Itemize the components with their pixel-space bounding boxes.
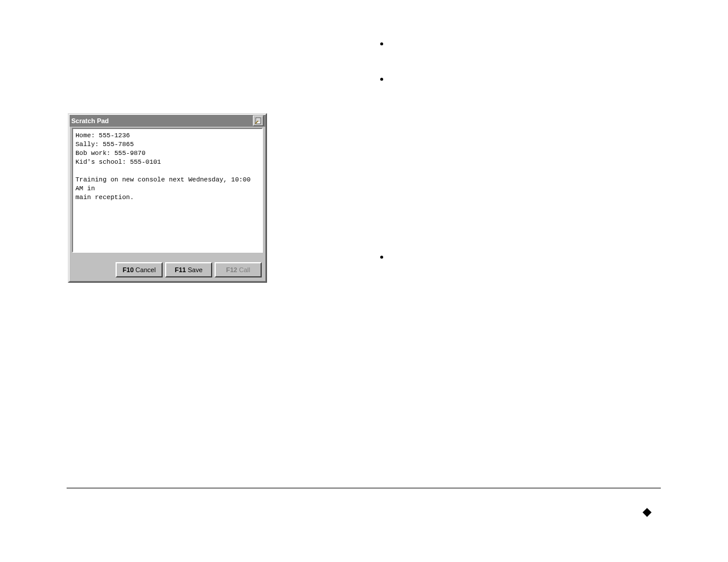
footer-right: Using the tools 85 (599, 495, 661, 503)
list-item-text: To erase the contents of your Scratch Pa… (392, 254, 661, 275)
document-page: Scratch Pad Scratch Pad (0, 0, 728, 562)
save-key: F11 (174, 266, 186, 273)
list-item: To save your notes and close the Scratch… (374, 75, 663, 87)
notepad-icon[interactable] (253, 115, 263, 126)
call-label: Call (239, 266, 251, 273)
save-label: Save (187, 266, 202, 273)
call-key: F12 (226, 266, 238, 273)
section-intro: To do Scratch Pad maintenance, your Scra… (374, 233, 663, 245)
footer-left: Meridian Integrated Console User Guide (67, 495, 193, 503)
window-title: Scratch Pad (71, 117, 109, 124)
footer-rule (67, 488, 661, 488)
dialog-inner: Scratch Pad F10 Cancel (69, 114, 266, 282)
footer-section: Using the tools (599, 495, 645, 503)
instruction-column: To close the Scratch Pad without saving … (374, 40, 663, 301)
list-item-text: To save your notes and close the Scratch… (392, 77, 634, 85)
side-section-label: Scratch Pad (35, 186, 42, 224)
scratch-pad-dialog: Scratch Pad F10 Cancel (68, 113, 267, 283)
bullet-icon (380, 256, 383, 259)
bullet-icon (380, 78, 383, 81)
cancel-button[interactable]: F10 Cancel (116, 262, 163, 277)
scratch-pad-textarea[interactable] (72, 128, 263, 253)
section-heading: Scratch Pad maintenance (374, 211, 663, 227)
call-button[interactable]: F12 Call (215, 262, 262, 277)
save-button[interactable]: F11 Save (165, 262, 212, 277)
dialog-button-row: F10 Cancel F11 Save F12 Call (70, 255, 265, 281)
list-item-text: To close the Scratch Pad without saving … (392, 41, 651, 50)
notes-area-wrap (70, 127, 265, 255)
page-number: 85 (654, 495, 661, 503)
list-item: To close the Scratch Pad without saving … (374, 40, 663, 52)
titlebar: Scratch Pad (70, 115, 265, 127)
list-item: To erase the contents of your Scratch Pa… (374, 253, 663, 277)
cancel-key: F10 (123, 266, 134, 273)
bullet-icon (380, 42, 383, 45)
cancel-label: Cancel (136, 266, 156, 273)
diamond-icon: ◆ (643, 504, 651, 518)
